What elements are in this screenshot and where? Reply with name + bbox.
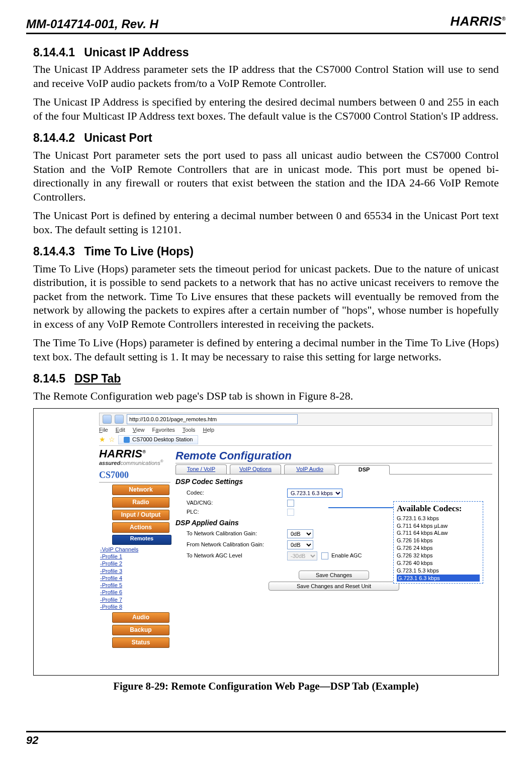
agc-enable-checkbox[interactable]	[321, 552, 328, 559]
nav-audio[interactable]: Audio	[112, 612, 169, 623]
agc-select: -30dB	[287, 551, 317, 560]
vad-label: VAD/CNG:	[187, 500, 287, 507]
browser-menu: File Edit View Favorites Tools Help	[99, 427, 492, 434]
paragraph: The Unicast Port parameter sets the port…	[33, 148, 499, 204]
callout-title: Available Codecs:	[397, 503, 480, 514]
save-button[interactable]: Save Changes	[299, 571, 369, 580]
fn-gain-label: From Network Calibration Gain:	[187, 541, 287, 548]
section-title: DSP Tab	[74, 372, 121, 385]
browser-tab[interactable]: CS7000 Desktop Station	[118, 435, 198, 444]
sidebar-logo: HARRIS®	[99, 449, 170, 459]
sidebar-tagline: assuredcommunications®	[99, 459, 170, 466]
brand-logo: HARRIS®	[450, 13, 506, 30]
paragraph: The Remote Configuration web page's DSP …	[33, 389, 499, 403]
back-icon[interactable]	[103, 415, 112, 424]
nav-io[interactable]: Input / Output	[112, 510, 169, 520]
tag1: assured	[99, 459, 120, 465]
nav-status[interactable]: Status	[112, 637, 169, 648]
figure-box: File Edit View Favorites Tools Help ★ ☆ …	[33, 408, 499, 676]
section-title: Time To Live (Hops)	[84, 245, 194, 258]
section-heading: 8.14.5DSP Tab	[33, 371, 499, 386]
sublink-profile7[interactable]: -Profile 7	[100, 596, 170, 603]
figure-caption: Figure 8-29: Remote Configuration Web Pa…	[33, 680, 499, 693]
codec-option: G.726 32 kbps	[397, 552, 480, 559]
nav-remotes[interactable]: Remotes	[112, 535, 171, 545]
url-input[interactable]	[127, 414, 298, 424]
sidebar-logo-text: HARRIS	[99, 447, 142, 460]
reg-mark: ®	[142, 449, 146, 454]
codec-option-selected: G.723.1 6.3 kbps	[397, 575, 480, 582]
nav-network[interactable]: Network	[112, 485, 169, 495]
sublink-profile4[interactable]: -Profile 4	[100, 575, 170, 582]
tab-voip-options[interactable]: VoIP Options	[230, 464, 281, 475]
codec-option: G.711 64 kbps ALaw	[397, 529, 480, 537]
favorites-star-icon[interactable]: ★	[99, 435, 106, 444]
codec-option: G.726 16 kbps	[397, 537, 480, 544]
sublink-voip-channels[interactable]: -VoIP Channels	[100, 546, 170, 553]
row-codec: Codec: G.723.1 6.3 kbps	[187, 489, 492, 498]
codecs-callout: Available Codecs: G.723.1 6.3 kbps G.711…	[393, 501, 483, 584]
menu-file[interactable]: File	[99, 427, 108, 433]
section-title: Unicast Port	[84, 131, 152, 144]
menu-tools[interactable]: Tools	[183, 427, 196, 433]
codec-option: G.726 24 kbps	[397, 544, 480, 552]
codec-option-label: G.723.1 6.3 kbps	[397, 575, 480, 582]
product-label: CS7000	[99, 469, 170, 483]
save-reset-button[interactable]: Save Changes and Reset Unit	[269, 582, 399, 591]
codec-option: G.723.1 6.3 kbps	[397, 515, 480, 522]
codec-select[interactable]: G.723.1 6.3 kbps	[287, 489, 342, 498]
nav-actions[interactable]: Actions	[112, 522, 169, 533]
vad-checkbox[interactable]	[287, 500, 294, 507]
browser-tabbar: ★ ☆ CS7000 Desktop Station	[99, 435, 492, 446]
sublink-profile1[interactable]: -Profile 1	[100, 553, 170, 560]
agc-enable-label: Enable AGC	[331, 552, 362, 559]
menu-edit[interactable]: Edit	[116, 427, 125, 433]
plc-label: PLC:	[187, 509, 287, 516]
panel-title: Remote Configuration	[175, 449, 492, 463]
paragraph: The Unicast Port is defined by entering …	[33, 209, 499, 236]
section-heading: 8.14.4.2Unicast Port	[33, 131, 499, 145]
nav-sublinks: -VoIP Channels -Profile 1 -Profile 2 -Pr…	[100, 546, 170, 611]
sublink-profile2[interactable]: -Profile 2	[100, 560, 170, 567]
codec-label: Codec:	[187, 490, 287, 497]
menu-help[interactable]: Help	[203, 427, 214, 433]
brand-text: HARRIS	[450, 14, 502, 29]
section-heading: 8.14.4.3Time To Live (Hops)	[33, 244, 499, 259]
page-number: 92	[26, 731, 506, 747]
favicon-icon	[124, 437, 130, 443]
plc-checkbox[interactable]	[287, 509, 294, 516]
menu-favorites[interactable]: Favorites	[152, 427, 175, 433]
paragraph: The Unicast IP Address parameter sets th…	[33, 62, 499, 90]
menu-view[interactable]: View	[133, 427, 145, 433]
section-number: 8.14.4.1	[33, 46, 75, 59]
doc-id: MM-014714-001, Rev. H	[26, 17, 158, 32]
tn-gain-select[interactable]: 0dB	[287, 529, 313, 538]
sublink-profile6[interactable]: -Profile 6	[100, 589, 170, 596]
nav-radio[interactable]: Radio	[112, 497, 169, 508]
codec-option: G.711 64 kbps µLaw	[397, 522, 480, 530]
config-tabs: Tone / VoIP VoIP Options VoIP Audio DSP	[175, 464, 492, 475]
nav-backup[interactable]: Backup	[112, 625, 169, 635]
group-codec-settings: DSP Codec Settings	[175, 478, 492, 487]
codec-option: G.726 40 kbps	[397, 559, 480, 567]
section-number: 8.14.4.2	[33, 131, 75, 144]
fn-gain-select[interactable]: 0dB	[287, 540, 313, 549]
page-header: MM-014714-001, Rev. H HARRIS®	[26, 15, 506, 34]
tab-voip-audio[interactable]: VoIP Audio	[284, 464, 335, 475]
add-favorite-star-icon[interactable]: ☆	[109, 435, 115, 444]
reg-mark: ®	[502, 16, 506, 22]
tab-dsp[interactable]: DSP	[338, 465, 390, 475]
forward-icon[interactable]	[115, 415, 124, 424]
codec-option: G.723.1 5.3 kbps	[397, 567, 480, 575]
sublink-profile8[interactable]: -Profile 8	[100, 603, 170, 610]
tag2: communications	[120, 459, 160, 465]
browser-mock: File Edit View Favorites Tools Help ★ ☆ …	[99, 413, 492, 671]
address-bar	[99, 413, 492, 426]
browser-tab-title: CS7000 Desktop Station	[132, 436, 193, 443]
sublink-profile3[interactable]: -Profile 3	[100, 567, 170, 575]
paragraph: The Time To Live (Hops) parameter is def…	[33, 336, 499, 363]
tab-tone-voip[interactable]: Tone / VoIP	[175, 464, 227, 475]
sidebar: HARRIS® assuredcommunications® CS7000 Ne…	[99, 449, 170, 648]
tn-gain-label: To Network Calibration Gain:	[187, 530, 287, 537]
sublink-profile5[interactable]: -Profile 5	[100, 582, 170, 589]
